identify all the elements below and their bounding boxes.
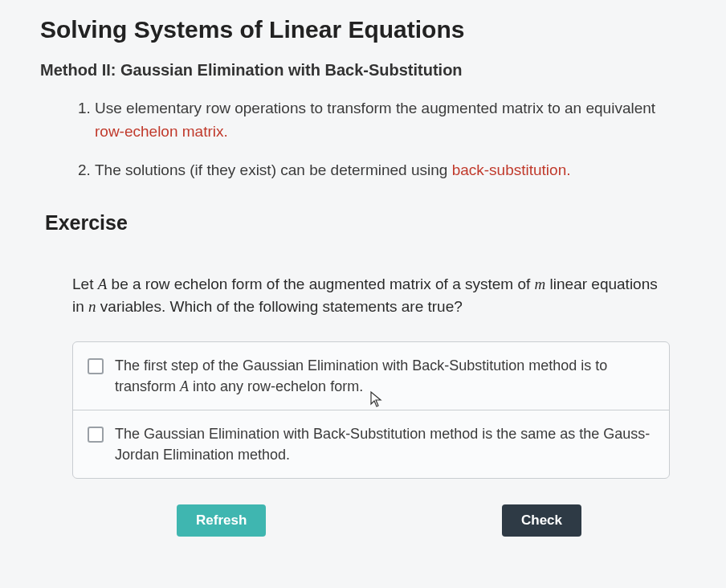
method-step-2-text: The solutions (if they exist) can be det… xyxy=(95,161,452,178)
opt-text: into any row-echelon form. xyxy=(189,378,363,394)
exercise-body: Let A be a row echelon form of the augme… xyxy=(40,273,686,537)
opt-var: A xyxy=(180,378,189,394)
q-var-n: n xyxy=(88,298,96,315)
buttons-row: Refresh Check xyxy=(72,504,670,537)
method-step-1-text: Use elementary row operations to transfo… xyxy=(95,100,655,116)
q-var-m: m xyxy=(535,276,546,292)
exercise-heading: Exercise xyxy=(45,211,686,235)
q-var-a: A xyxy=(98,276,108,292)
page-title: Solving Systems of Linear Equations xyxy=(40,16,686,43)
q-text: Let xyxy=(72,276,98,292)
option-1-text: The first step of the Gaussian Eliminati… xyxy=(115,355,655,397)
option-row-1[interactable]: The first step of the Gaussian Eliminati… xyxy=(73,342,669,410)
method-subtitle: Method II: Gaussian Elimination with Bac… xyxy=(40,61,686,80)
check-button[interactable]: Check xyxy=(502,504,581,537)
exercise-question: Let A be a row echelon form of the augme… xyxy=(72,273,670,319)
options-box: The first step of the Gaussian Eliminati… xyxy=(72,341,670,479)
refresh-button[interactable]: Refresh xyxy=(177,504,266,537)
method-step-1: Use elementary row operations to transfo… xyxy=(95,97,686,143)
method-list: Use elementary row operations to transfo… xyxy=(40,97,686,182)
option-row-2[interactable]: The Gaussian Elimination with Back-Subst… xyxy=(73,410,669,478)
opt-text: The Gaussian Elimination with Back-Subst… xyxy=(115,426,650,463)
checkbox-1[interactable] xyxy=(88,358,104,374)
highlight-row-echelon: row-echelon matrix. xyxy=(95,123,228,140)
q-text: variables. Which of the following statem… xyxy=(96,298,463,315)
option-2-text: The Gaussian Elimination with Back-Subst… xyxy=(115,423,655,465)
highlight-back-substitution: back-substitution. xyxy=(452,161,571,178)
method-step-2: The solutions (if they exist) can be det… xyxy=(95,159,686,182)
checkbox-2[interactable] xyxy=(88,427,104,443)
q-text: be a row echelon form of the augmented m… xyxy=(107,276,534,292)
